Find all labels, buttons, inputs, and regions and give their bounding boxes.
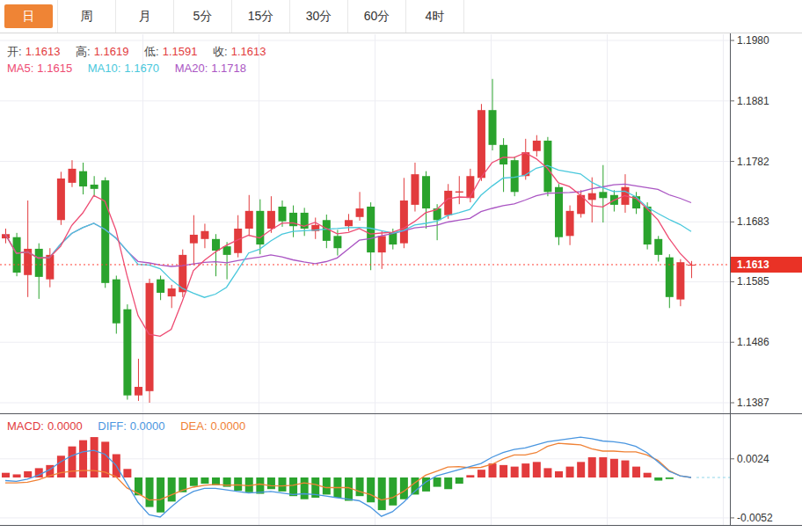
- ma20-value: 1.1718: [211, 62, 246, 75]
- period-tab-bar: 日周月5分15分30分60分4时: [0, 0, 802, 33]
- dea-value: 0.0000: [211, 419, 246, 433]
- ohlc-legend: 开:1.1613 高:1.1619 低:1.1591 收:1.1613: [7, 44, 269, 60]
- svg-text:1.1782: 1.1782: [737, 156, 769, 168]
- svg-text:1.1585: 1.1585: [737, 275, 769, 288]
- diff-label: DIFF:: [98, 419, 127, 433]
- ma10-value: 1.1670: [124, 62, 159, 75]
- svg-text:0.0024: 0.0024: [737, 453, 769, 465]
- high-value: 1.1619: [94, 45, 129, 58]
- tab-周[interactable]: 周: [58, 0, 116, 33]
- svg-text:-0.0052: -0.0052: [737, 512, 773, 524]
- macd-legend: MACD:0.0000 DIFF:0.0000 DEA:0.0000: [7, 419, 249, 433]
- svg-text:1.1613: 1.1613: [737, 259, 769, 271]
- dea-label: DEA:: [180, 419, 207, 433]
- tab-日[interactable]: 日: [0, 0, 58, 33]
- low-value: 1.1591: [163, 45, 198, 58]
- high-label: 高:: [76, 45, 91, 58]
- open-value: 1.1613: [26, 45, 61, 58]
- svg-text:1.1980: 1.1980: [737, 34, 769, 47]
- candlestick-chart[interactable]: 1.19801.18811.17821.16831.15851.14861.13…: [0, 0, 802, 532]
- macd-label: MACD:: [7, 419, 44, 433]
- ma20-label: MA20:: [175, 62, 208, 75]
- ma10-label: MA10:: [88, 62, 121, 75]
- tab-5分[interactable]: 5分: [174, 0, 232, 33]
- svg-text:1.1683: 1.1683: [737, 215, 769, 228]
- tab-30分[interactable]: 30分: [290, 0, 348, 33]
- close-label: 收:: [213, 45, 228, 58]
- svg-text:1.1486: 1.1486: [737, 336, 769, 348]
- svg-text:1.1881: 1.1881: [737, 95, 769, 107]
- current-price-badge: 1.1613: [731, 257, 802, 273]
- candles: [2, 79, 696, 403]
- tab-15分[interactable]: 15分: [232, 0, 290, 33]
- ma5-value: 1.1615: [37, 62, 72, 75]
- open-label: 开:: [7, 45, 22, 58]
- close-value: 1.1613: [231, 45, 266, 58]
- price-axis: 1.19801.18811.17821.16831.15851.14861.13…: [730, 34, 773, 524]
- tab-60分[interactable]: 60分: [348, 0, 406, 33]
- svg-text:1.1387: 1.1387: [737, 397, 769, 409]
- macd-histogram: [2, 437, 674, 513]
- macd-value: 0.0000: [47, 419, 83, 433]
- ma5-label: MA5:: [7, 62, 33, 75]
- diff-value: 0.0000: [130, 419, 165, 433]
- tab-4时[interactable]: 4时: [406, 0, 464, 33]
- ma-legend: MA5:1.1615 MA10:1.1670 MA20:1.1718: [7, 62, 250, 75]
- tab-月[interactable]: 月: [116, 0, 174, 33]
- low-label: 低:: [144, 45, 159, 58]
